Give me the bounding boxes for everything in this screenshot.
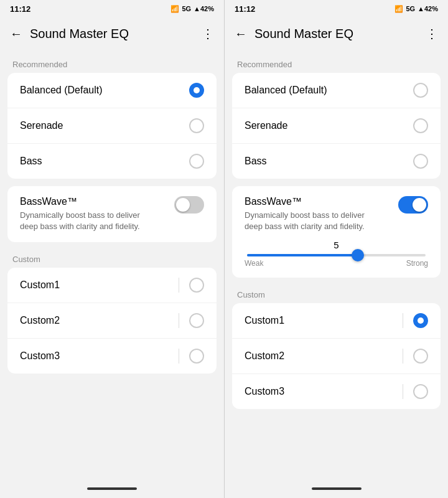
- radio-serenade-left[interactable]: [189, 118, 204, 133]
- radio-custom2-right[interactable]: [413, 349, 428, 364]
- radio-item-custom3-right[interactable]: Custom3: [232, 374, 441, 409]
- serenade-label-right: Serenade: [245, 120, 287, 131]
- radio-custom3-right[interactable]: [413, 384, 428, 399]
- panel-right: 11:12 📶 5G ▲42% ← Sound Master EQ ⋮ Reco…: [224, 0, 448, 498]
- radio-custom3-left[interactable]: [189, 349, 204, 364]
- time-right: 11:12: [235, 4, 255, 14]
- recommended-card-left: Balanced (Default) Serenade Bass: [7, 73, 217, 179]
- slider-fill-right: [247, 254, 358, 256]
- time-left: 11:12: [10, 4, 30, 14]
- app-title-left: Sound Master EQ: [30, 27, 202, 41]
- radio-item-bass-left[interactable]: Bass: [7, 144, 217, 179]
- app-title-right: Sound Master EQ: [254, 27, 426, 41]
- back-button-right[interactable]: ←: [235, 27, 247, 41]
- slider-container-right[interactable]: [245, 254, 428, 256]
- status-icons-right: 📶 5G ▲42%: [394, 5, 438, 13]
- custom1-label-left: Custom1: [20, 280, 60, 291]
- app-bar-right: ← Sound Master EQ ⋮: [225, 17, 448, 50]
- basswave-card-right: BassWave™ Dynamically boost bass to deli…: [232, 186, 441, 278]
- radio-item-bass-right[interactable]: Bass: [232, 144, 441, 179]
- radio-custom1-right[interactable]: [413, 313, 428, 328]
- radio-item-custom3-left[interactable]: Custom3: [7, 339, 217, 374]
- basswave-name-right: BassWave™: [245, 196, 369, 207]
- app-bar-left: ← Sound Master EQ ⋮: [0, 17, 224, 50]
- basswave-header-right: BassWave™ Dynamically boost bass to deli…: [245, 196, 428, 232]
- divider-custom3-left: [179, 349, 179, 364]
- divider-custom1-right: [403, 313, 403, 328]
- recommended-label-left: Recommended: [0, 55, 224, 73]
- signal-icon: 5G: [182, 5, 191, 12]
- basswave-name-left: BassWave™: [20, 196, 144, 207]
- custom3-label-left: Custom3: [20, 350, 60, 362]
- radio-balanced-right[interactable]: [413, 83, 428, 98]
- custom2-label-right: Custom2: [245, 350, 284, 362]
- bass-label-left: Bass: [20, 156, 42, 167]
- radio-item-serenade-right[interactable]: Serenade: [232, 108, 441, 144]
- radio-balanced-left[interactable]: [189, 83, 204, 98]
- battery-icon-right: ▲42%: [418, 5, 438, 12]
- serenade-label-left: Serenade: [20, 120, 63, 131]
- radio-item-custom2-left[interactable]: Custom2: [7, 303, 217, 339]
- status-bar-left: 11:12 📶 5G ▲42%: [0, 0, 224, 17]
- slider-section-right: 5 Weak Strong: [245, 240, 428, 268]
- radio-custom1-left[interactable]: [189, 278, 204, 293]
- recommended-card-right: Balanced (Default) Serenade Bass: [232, 73, 441, 179]
- custom2-label-left: Custom2: [20, 315, 60, 326]
- divider-custom3-right: [403, 384, 403, 399]
- battery-icon: ▲42%: [194, 5, 214, 12]
- balanced-label-right: Balanced (Default): [245, 85, 327, 96]
- content-left: Recommended Balanced (Default) Serenade …: [0, 50, 224, 483]
- status-bar-right: 11:12 📶 5G ▲42%: [225, 0, 448, 17]
- signal-icon-right: 5G: [406, 5, 415, 12]
- content-right: Recommended Balanced (Default) Serenade …: [225, 50, 448, 483]
- slider-labels-right: Weak Strong: [245, 259, 428, 268]
- bottom-indicator-left: [87, 487, 137, 490]
- back-button-left[interactable]: ←: [10, 27, 22, 41]
- basswave-text-left: BassWave™ Dynamically boost bass to deli…: [20, 196, 144, 232]
- divider-custom1-left: [179, 278, 179, 293]
- custom-card-right: Custom1 Custom2 Custom3: [232, 303, 441, 409]
- basswave-desc-right: Dynamically boost bass to deliver deep b…: [245, 210, 369, 232]
- more-button-left[interactable]: ⋮: [202, 26, 214, 41]
- custom-label-right: Custom: [225, 285, 448, 303]
- divider-custom2-left: [179, 313, 179, 328]
- radio-item-serenade-left[interactable]: Serenade: [7, 108, 217, 144]
- radio-bass-left[interactable]: [189, 154, 204, 169]
- recommended-label-right: Recommended: [225, 55, 448, 73]
- bluetooth-icon: 📶: [170, 5, 179, 13]
- balanced-label-left: Balanced (Default): [20, 85, 103, 96]
- radio-item-custom1-right[interactable]: Custom1: [232, 303, 441, 339]
- custom-card-left: Custom1 Custom2 Custom3: [7, 268, 217, 374]
- basswave-card-left: BassWave™ Dynamically boost bass to deli…: [7, 186, 217, 242]
- radio-item-balanced-left[interactable]: Balanced (Default): [7, 73, 217, 108]
- bottom-bar-left: [0, 483, 224, 498]
- radio-serenade-right[interactable]: [413, 118, 428, 133]
- basswave-text-right: BassWave™ Dynamically boost bass to deli…: [245, 196, 369, 232]
- radio-custom2-left[interactable]: [189, 313, 204, 328]
- bluetooth-icon-right: 📶: [394, 5, 403, 13]
- radio-item-balanced-right[interactable]: Balanced (Default): [232, 73, 441, 108]
- slider-label-strong: Strong: [406, 259, 428, 268]
- bottom-indicator-right: [312, 487, 362, 490]
- panel-left: 11:12 📶 5G ▲42% ← Sound Master EQ ⋮ Reco…: [0, 0, 224, 498]
- radio-bass-right[interactable]: [413, 154, 428, 169]
- more-button-right[interactable]: ⋮: [426, 26, 438, 41]
- custom-label-left: Custom: [0, 250, 224, 268]
- basswave-desc-left: Dynamically boost bass to deliver deep b…: [20, 210, 144, 232]
- custom3-label-right: Custom3: [245, 386, 284, 397]
- custom1-label-right: Custom1: [245, 315, 284, 326]
- status-icons-left: 📶 5G ▲42%: [170, 5, 214, 13]
- radio-item-custom2-right[interactable]: Custom2: [232, 339, 441, 374]
- basswave-toggle-left[interactable]: [174, 196, 204, 214]
- slider-track-right: [247, 254, 426, 256]
- basswave-toggle-right[interactable]: [398, 196, 428, 214]
- slider-value-right: 5: [245, 240, 428, 250]
- radio-item-custom1-left[interactable]: Custom1: [7, 268, 217, 303]
- slider-thumb-right[interactable]: [352, 249, 364, 261]
- bottom-bar-right: [225, 483, 448, 498]
- bass-label-right: Bass: [245, 156, 267, 167]
- divider-custom2-right: [403, 349, 403, 364]
- slider-label-weak: Weak: [245, 259, 263, 268]
- basswave-header-left: BassWave™ Dynamically boost bass to deli…: [20, 196, 204, 232]
